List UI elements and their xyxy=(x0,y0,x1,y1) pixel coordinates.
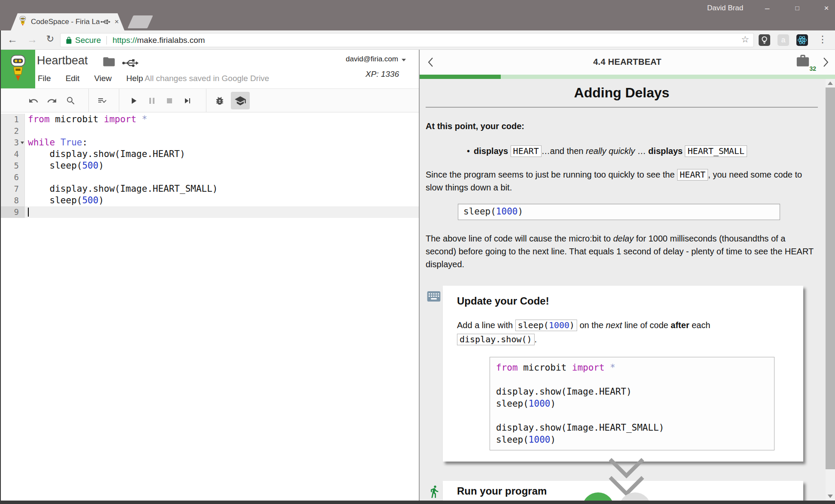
url-scheme: https:// xyxy=(112,36,137,45)
menu-file[interactable]: File xyxy=(38,74,51,83)
url-text[interactable]: https://make.firialabs.com xyxy=(112,36,205,45)
editor-line[interactable]: 9 xyxy=(0,206,419,218)
scroll-down-button[interactable] xyxy=(826,492,835,501)
editor-toolbar xyxy=(0,88,419,112)
intro-text: At this point, your code: xyxy=(426,121,818,131)
play-button[interactable] xyxy=(128,96,139,106)
usb-status-icon[interactable] xyxy=(122,58,139,68)
progress-bar xyxy=(420,75,835,79)
scroll-up-button[interactable] xyxy=(826,79,835,88)
scrollbar[interactable] xyxy=(826,79,835,501)
menu-help[interactable]: Help xyxy=(126,74,143,83)
new-tab-button[interactable] xyxy=(127,15,153,28)
inline-code-box: sleep(1000) xyxy=(458,204,780,220)
triangle-down-icon xyxy=(828,495,833,498)
scroll-thumb[interactable] xyxy=(826,88,835,469)
omnibox-separator xyxy=(106,36,107,45)
toolbar-separator xyxy=(88,89,89,112)
back-button[interactable]: ← xyxy=(6,33,19,45)
reload-button[interactable]: ↻ xyxy=(44,33,57,45)
search-button[interactable] xyxy=(66,96,76,106)
editor-line[interactable]: 6 xyxy=(0,172,419,183)
tab-usb-icon xyxy=(100,18,111,25)
progress-fill xyxy=(420,75,501,79)
editor-line[interactable]: 5 sleep(500) xyxy=(0,160,419,172)
text-cursor xyxy=(28,208,29,217)
browser-tab[interactable]: CodeSpace - Firia Lab × xyxy=(11,13,124,30)
lesson-heading: Adding Delays xyxy=(426,85,818,101)
titlebar: David Brad – □ × CodeSpace - Firia Lab × xyxy=(0,0,835,30)
lesson-next-button[interactable] xyxy=(823,57,829,67)
url-host: make.firialabs.com xyxy=(137,36,205,45)
forward-button: → xyxy=(26,33,39,45)
fold-arrow-icon[interactable] xyxy=(21,142,24,144)
step-button[interactable] xyxy=(182,96,193,106)
toolbox-icon xyxy=(796,54,810,68)
app-header: Heartbeat File Edit View Help All change… xyxy=(0,50,419,88)
maximize-button[interactable]: □ xyxy=(789,2,806,15)
save-status: All changes saved in Google Drive xyxy=(145,74,269,83)
editor-line[interactable]: 8 sleep(500) xyxy=(0,195,419,206)
heading-divider xyxy=(426,107,818,108)
checklist-button[interactable] xyxy=(97,96,107,106)
browser-menu-icon[interactable]: ⋮ xyxy=(817,34,828,45)
editor-pane: Heartbeat File Edit View Help All change… xyxy=(0,50,419,501)
doc-title: Heartbeat xyxy=(37,54,88,67)
extension-react-icon[interactable] xyxy=(796,34,808,46)
folder-button[interactable] xyxy=(103,57,115,67)
app-logo-robot-icon xyxy=(1,50,35,88)
menu-bar: File Edit View Help xyxy=(38,74,143,83)
debug-button[interactable] xyxy=(215,96,225,106)
menu-edit[interactable]: Edit xyxy=(66,74,80,83)
account-menu[interactable]: david@firia.com xyxy=(346,55,406,63)
menu-view[interactable]: View xyxy=(94,74,112,83)
update-card: Update your Code! Add a line with sleep(… xyxy=(443,286,803,462)
editor-line[interactable]: 4 display.show(Image.HEART) xyxy=(0,148,419,160)
lesson-scroll-area: Adding Delays At this point, your code: … xyxy=(420,79,835,501)
stop-button[interactable] xyxy=(164,96,175,106)
editor[interactable]: 1from microbit import *23while True:4 di… xyxy=(0,112,419,501)
toolbox-button[interactable]: 32 xyxy=(796,54,813,71)
browser-user-name: David Brad xyxy=(707,4,743,12)
bullet-dot: • xyxy=(467,146,470,156)
run-person-icon xyxy=(427,484,441,499)
lesson-nav: 4.4 HEARTBEAT 32 xyxy=(420,50,835,75)
lessons-toggle-button[interactable] xyxy=(231,92,250,109)
pause-button[interactable] xyxy=(147,96,157,106)
toolbar-separator xyxy=(206,89,206,112)
tab-close-icon[interactable]: × xyxy=(115,18,119,26)
lesson-content: Adding Delays At this point, your code: … xyxy=(420,79,826,501)
editor-line[interactable]: 2 xyxy=(0,125,419,137)
run-title: Run your program xyxy=(457,485,547,497)
lesson-pane: 4.4 HEARTBEAT 32 Adding Delays At this p… xyxy=(420,50,835,501)
editor-lines: 1from microbit import *23while True:4 di… xyxy=(0,114,419,218)
extension-a-icon[interactable]: a xyxy=(778,34,789,46)
editor-line[interactable]: 1from microbit import * xyxy=(0,114,419,125)
omnibox[interactable]: Secure https://make.firialabs.com ☆ xyxy=(60,33,754,47)
toolbar-separator xyxy=(119,89,119,112)
card-title: Update your Code! xyxy=(457,295,789,307)
editor-line[interactable]: 7 display.show(Image.HEART_SMALL) xyxy=(0,183,419,195)
toolbox-badge: 32 xyxy=(809,65,816,72)
extension-lightbulb-icon[interactable] xyxy=(759,34,770,46)
window-left-edge xyxy=(0,30,1,504)
editor-line[interactable]: 3while True: xyxy=(0,137,419,148)
triangle-up-icon xyxy=(828,81,833,85)
minimize-button[interactable]: – xyxy=(759,2,776,15)
lesson-nav-title: 4.4 HEARTBEAT xyxy=(420,57,835,67)
undo-button[interactable] xyxy=(28,96,39,106)
account-email: david@firia.com xyxy=(346,55,398,63)
tab-title: CodeSpace - Firia Lab xyxy=(31,18,100,26)
graduation-cap-icon xyxy=(234,95,246,107)
address-bar: ← → ↻ Secure https://make.firialabs.com … xyxy=(0,30,835,50)
secure-label[interactable]: Secure xyxy=(75,36,101,45)
main-area: Heartbeat File Edit View Help All change… xyxy=(0,50,835,501)
chevron-down-icon xyxy=(402,59,406,61)
paragraph: The above line of code will cause the mi… xyxy=(426,232,818,271)
bookmark-star-icon[interactable]: ☆ xyxy=(741,34,749,45)
redo-button[interactable] xyxy=(47,96,57,106)
card-code-block: from microbit import *display.show(Image… xyxy=(490,357,774,450)
paragraph: Since the program seems to just be runni… xyxy=(426,168,818,194)
close-button[interactable]: × xyxy=(818,2,835,15)
robot-favicon-icon xyxy=(18,16,27,28)
